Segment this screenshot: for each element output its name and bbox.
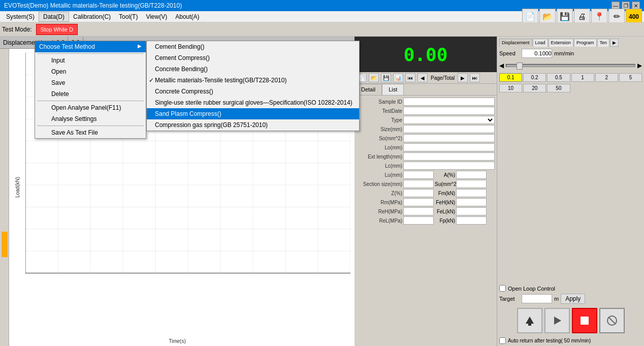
- speed-btn-0.1[interactable]: 0.1: [499, 73, 522, 82]
- tab-program[interactable]: Program: [574, 39, 597, 47]
- left-arrow-icon[interactable]: ◀: [499, 62, 504, 69]
- target-label: Target: [499, 296, 520, 302]
- rm-feh-row: Rm(MPa) FeH(kN): [357, 198, 495, 206]
- a-input[interactable]: [456, 171, 487, 179]
- speed-btn-2[interactable]: 2: [595, 73, 618, 82]
- fel-input[interactable]: [456, 207, 487, 215]
- target-input[interactable]: [522, 294, 552, 303]
- reh-input[interactable]: [403, 207, 434, 215]
- submenu-concrete-bending[interactable]: Concrete Bending(): [147, 64, 359, 75]
- speed-btn-20[interactable]: 20: [523, 84, 546, 92]
- sep3: [37, 125, 144, 126]
- menu-view[interactable]: View(V): [142, 12, 171, 21]
- auto-return-checkbox[interactable]: [499, 337, 506, 344]
- speed-btn-0.2[interactable]: 0.2: [523, 73, 546, 82]
- tab-extension[interactable]: Extension: [549, 39, 574, 47]
- nav-next-button[interactable]: ▶: [458, 73, 468, 82]
- detail-save-icon[interactable]: 💾: [381, 73, 391, 82]
- nav-prev-button[interactable]: ◀: [417, 73, 428, 82]
- submenu-metallic-tensile[interactable]: Metallic materials-Tensile testing(GB/T2…: [147, 75, 359, 86]
- menu-save[interactable]: Save: [35, 77, 146, 88]
- tab-more[interactable]: ▶: [610, 39, 619, 47]
- submenu-cement-bending[interactable]: Cement Bending(): [147, 41, 359, 52]
- speed-btn-1[interactable]: 1: [571, 73, 594, 82]
- detail-open-icon[interactable]: 📂: [369, 73, 379, 82]
- control-section: Displacement Load Extension Program Ten …: [497, 37, 644, 346]
- size-input[interactable]: [403, 125, 495, 133]
- apply-button[interactable]: Apply: [561, 294, 585, 304]
- tab-list[interactable]: List: [382, 84, 404, 95]
- target-row: Target m Apply: [499, 294, 642, 304]
- menu-about[interactable]: About(A): [171, 12, 203, 21]
- submenu-cement-compress[interactable]: Cement Compress(): [147, 52, 359, 64]
- speed-btn-0.5[interactable]: 0.5: [547, 73, 570, 82]
- menu-open[interactable]: Open: [35, 66, 146, 77]
- section-input[interactable]: [403, 180, 434, 188]
- menu-open-analyse[interactable]: Open Analyse Panel(F11): [35, 102, 146, 113]
- z-input[interactable]: [403, 189, 434, 197]
- menu-tool[interactable]: Tool(T): [115, 12, 142, 21]
- display-value: 0.00: [404, 44, 448, 65]
- stop-action-button[interactable]: [572, 308, 597, 333]
- rel-fp-row: ReL(MPa) Fp(kN): [357, 216, 495, 225]
- rel-input[interactable]: [403, 216, 434, 225]
- speed-btn-5[interactable]: 5: [619, 73, 642, 82]
- sep2: [37, 101, 144, 101]
- cancel-button[interactable]: [599, 308, 625, 333]
- stop-button[interactable]: Stop While D: [36, 24, 78, 35]
- fm-input[interactable]: [456, 189, 487, 197]
- rm-label: Rm(MPa): [357, 200, 402, 205]
- speed-btn-10[interactable]: 10: [499, 84, 522, 92]
- up-button[interactable]: [517, 308, 542, 333]
- slider-row: ◀ ▶: [499, 62, 642, 69]
- so-input[interactable]: [403, 134, 495, 142]
- svg-rect-47: [581, 317, 589, 325]
- slider-thumb[interactable]: [517, 62, 523, 70]
- menu-delete[interactable]: Delete: [35, 88, 146, 100]
- sample-id-input[interactable]: [403, 98, 495, 106]
- submenu-surgical-gloves[interactable]: Single-use sterile rubber surgical glove…: [147, 97, 359, 108]
- window-title: EVOTest(Demo) Metallic materials-Tensile…: [4, 2, 182, 9]
- menu-data[interactable]: Data(D): [39, 12, 69, 22]
- svg-line-49: [609, 318, 615, 324]
- right-arrow-icon[interactable]: ▶: [637, 62, 642, 69]
- submenu-compression-gas[interactable]: Compression gas spring(GB 25751-2010): [147, 119, 359, 131]
- menu-save-text[interactable]: Save As Text File: [35, 127, 146, 138]
- test-method-submenu[interactable]: Cement Bending() Cement Compress() Concr…: [146, 41, 360, 131]
- menu-input[interactable]: Input: [35, 55, 146, 66]
- ext-length-row: Ext length(mm): [357, 152, 495, 161]
- menu-analyse-settings[interactable]: Analyse Settings: [35, 113, 146, 124]
- lo-input[interactable]: [403, 143, 495, 151]
- menu-choose-test-method[interactable]: Choose Test Method: [35, 41, 146, 52]
- speed-input[interactable]: [522, 49, 552, 58]
- type-select[interactable]: [403, 116, 495, 124]
- testdate-input[interactable]: [403, 107, 495, 115]
- z-label: Z(%): [357, 191, 402, 196]
- rm-input[interactable]: [403, 198, 434, 206]
- section-label: Section size(mm): [357, 181, 402, 187]
- menu-calibration[interactable]: Calibration(C): [69, 12, 115, 21]
- speed-btn-50[interactable]: 50: [547, 84, 570, 92]
- svg-marker-46: [554, 317, 561, 325]
- lc-input[interactable]: [403, 162, 495, 170]
- run-button[interactable]: [544, 308, 570, 333]
- tab-displacement[interactable]: Displacement: [499, 39, 532, 47]
- x-axis-label: Time(s): [169, 338, 186, 344]
- lu-input[interactable]: [403, 171, 434, 179]
- submenu-concrete-compress[interactable]: Concrete Compress(): [147, 86, 359, 97]
- ext-length-input[interactable]: [403, 152, 495, 161]
- y-axis-label: Load(kN): [15, 177, 21, 198]
- fp-input[interactable]: [456, 216, 487, 225]
- data-dropdown-menu[interactable]: Choose Test Method Input Open Save Delet…: [35, 41, 146, 139]
- feh-input[interactable]: [456, 198, 487, 206]
- speed-slider[interactable]: [506, 64, 635, 67]
- detail-chart-icon[interactable]: 📊: [393, 73, 403, 82]
- su-input[interactable]: [456, 180, 487, 188]
- nav-last-button[interactable]: ⏭: [470, 73, 480, 82]
- nav-first-button[interactable]: ⏮: [405, 73, 415, 82]
- tab-load[interactable]: Load: [533, 39, 548, 47]
- menu-system[interactable]: System(S): [2, 12, 39, 21]
- submenu-sand-plasm[interactable]: Sand Plasm Compress(): [147, 108, 359, 119]
- tab-ten[interactable]: Ten: [597, 39, 610, 47]
- open-loop-checkbox[interactable]: [499, 285, 506, 292]
